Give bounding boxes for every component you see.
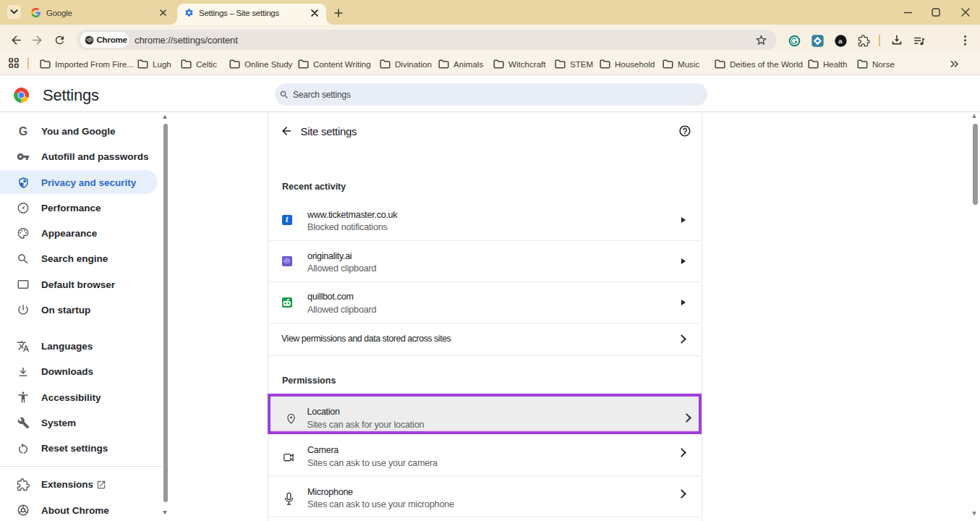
svg-text:a: a: [838, 37, 843, 45]
